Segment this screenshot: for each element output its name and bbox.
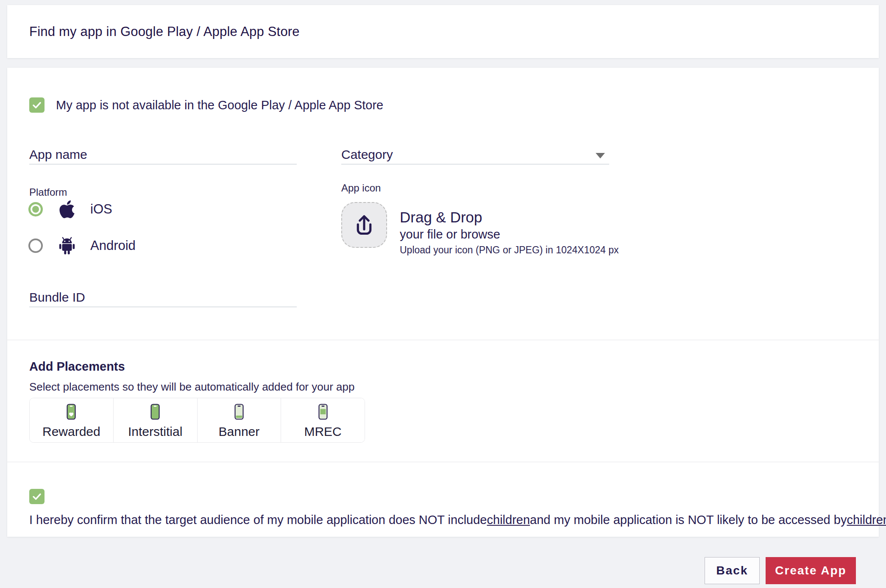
placement-label: Banner bbox=[219, 424, 260, 439]
placement-card-banner[interactable]: Banner bbox=[198, 398, 281, 442]
store-availability-row: My app is not available in the Google Pl… bbox=[29, 97, 383, 113]
children-link-2[interactable]: children bbox=[847, 513, 886, 527]
placement-card-interstitial[interactable]: Interstitial bbox=[114, 398, 198, 442]
placements-section: Add Placements Select placements so they… bbox=[7, 340, 879, 462]
checkmark-icon bbox=[32, 100, 42, 110]
app-icon-label: App icon bbox=[341, 182, 381, 194]
platform-option-ios[interactable]: iOS bbox=[28, 199, 112, 219]
android-radio bbox=[28, 239, 43, 253]
create-app-card: My app is not available in the Google Pl… bbox=[7, 68, 879, 537]
confirm-text-part2: and my mobile application is NOT likely … bbox=[530, 513, 847, 527]
back-button[interactable]: Back bbox=[705, 557, 760, 584]
category-select[interactable]: Category bbox=[341, 145, 609, 164]
phone-rewarded-icon bbox=[67, 404, 76, 420]
placements-subtitle: Select placements so they will be automa… bbox=[29, 380, 354, 394]
checkmark-icon bbox=[32, 491, 42, 502]
caret-down-icon bbox=[596, 153, 605, 158]
store-availability-checkbox[interactable] bbox=[29, 97, 45, 113]
placement-card-rewarded[interactable]: Rewarded bbox=[30, 398, 114, 442]
children-link-1[interactable]: children bbox=[487, 513, 530, 527]
placement-label: Rewarded bbox=[42, 424, 100, 439]
dropzone-subtitle: your file or browse bbox=[400, 227, 619, 241]
app-name-input[interactable] bbox=[29, 145, 297, 164]
placements-title: Add Placements bbox=[29, 360, 125, 374]
android-robot-icon bbox=[57, 236, 77, 255]
app-icon-dropzone[interactable]: Drag & Drop your file or browse Upload y… bbox=[341, 202, 619, 256]
store-availability-label: My app is not available in the Google Pl… bbox=[56, 98, 383, 112]
phone-interstitial-icon bbox=[150, 404, 160, 420]
bundle-id-input[interactable] bbox=[29, 288, 297, 307]
placement-label: Interstitial bbox=[128, 424, 182, 439]
platform-option-android[interactable]: Android bbox=[28, 236, 136, 256]
children-confirm-text: I hereby confirm that the target audienc… bbox=[29, 513, 886, 527]
android-label: Android bbox=[90, 238, 136, 253]
placement-card-mrec[interactable]: MREC bbox=[281, 398, 365, 442]
ios-radio bbox=[28, 202, 43, 216]
app-name-field[interactable] bbox=[29, 145, 297, 164]
dropzone-title: Drag & Drop bbox=[400, 209, 619, 226]
ios-label: iOS bbox=[90, 202, 112, 217]
placements-card-group: Rewarded Interstitial Banner bbox=[29, 398, 365, 443]
confirm-section: I hereby confirm that the target audienc… bbox=[7, 462, 879, 537]
upload-tray-arrow-icon bbox=[341, 202, 387, 248]
create-app-button[interactable]: Create App bbox=[766, 557, 856, 584]
bundle-id-field[interactable] bbox=[29, 288, 297, 307]
placement-label: MREC bbox=[304, 424, 341, 439]
children-confirm-checkbox[interactable] bbox=[29, 489, 45, 504]
category-placeholder: Category bbox=[341, 145, 609, 164]
page-header: Find my app in Google Play / Apple App S… bbox=[7, 5, 879, 58]
dropzone-text: Drag & Drop your file or browse Upload y… bbox=[400, 202, 619, 256]
phone-banner-icon bbox=[234, 404, 244, 420]
app-form-section: My app is not available in the Google Pl… bbox=[7, 68, 879, 340]
dropzone-hint: Upload your icon (PNG or JPEG) in 1024X1… bbox=[400, 244, 619, 256]
apple-logo-icon bbox=[57, 199, 77, 219]
phone-mrec-icon bbox=[318, 404, 328, 420]
page-title: Find my app in Google Play / Apple App S… bbox=[29, 24, 300, 39]
platform-label: Platform bbox=[29, 186, 67, 198]
confirm-text-part1: I hereby confirm that the target audienc… bbox=[29, 513, 487, 527]
